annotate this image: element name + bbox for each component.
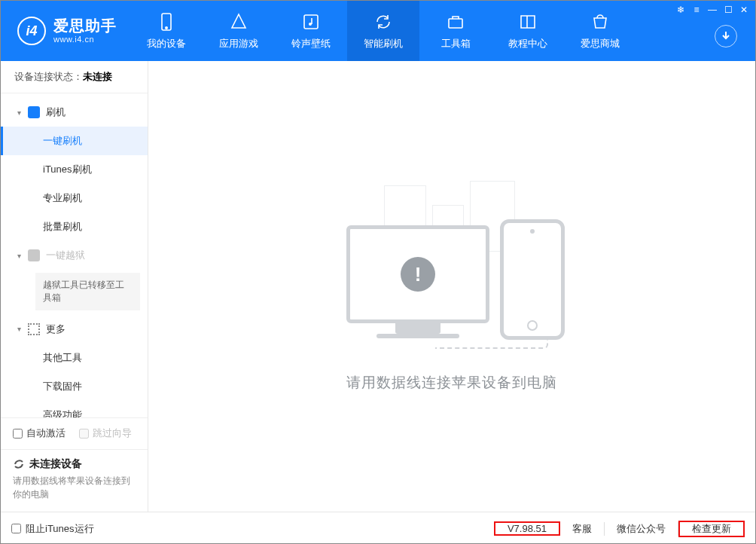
book-icon <box>518 12 538 32</box>
section-more[interactable]: 更多 <box>1 315 148 344</box>
menu-icon[interactable]: ≡ <box>690 4 703 16</box>
sidebar-item-download-fw[interactable]: 下载固件 <box>1 372 148 401</box>
svg-point-1 <box>166 26 167 28</box>
auto-activate-checkbox[interactable]: 自动激活 <box>13 427 66 440</box>
wechat-link[interactable]: 微信公众号 <box>605 522 678 536</box>
svg-point-3 <box>309 23 312 26</box>
checkbox-label: 自动激活 <box>26 427 66 440</box>
toolbox-icon <box>446 12 465 32</box>
jailbreak-note: 越狱工具已转移至工具箱 <box>35 273 140 310</box>
nav-label: 应用游戏 <box>219 37 258 50</box>
sidebar-item-advanced[interactable]: 高级功能 <box>1 401 148 417</box>
sidebar-item-other-tools[interactable]: 其他工具 <box>1 344 148 372</box>
section-jailbreak[interactable]: 一键越狱 <box>1 241 148 270</box>
logo-icon: i4 <box>17 17 46 45</box>
checkbox-label: 跳过向导 <box>93 427 132 440</box>
app-subtitle: www.i4.cn <box>53 35 117 44</box>
status-label: 设备连接状态： <box>14 71 83 82</box>
app-title: 爱思助手 <box>53 17 117 35</box>
section-title: 一键越狱 <box>46 249 85 262</box>
alert-icon: ! <box>401 257 435 292</box>
refresh-icon <box>13 458 25 470</box>
sidebar: 设备连接状态：未连接 刷机 一键刷机 iTunes刷机 专业刷机 批量刷机 一键… <box>1 61 148 512</box>
phone-icon <box>157 12 176 32</box>
sidebar-tree: 刷机 一键刷机 iTunes刷机 专业刷机 批量刷机 一键越狱 越狱工具已转移至… <box>1 93 148 417</box>
more-icon <box>28 323 40 335</box>
download-button[interactable] <box>715 25 737 47</box>
section-title: 刷机 <box>46 105 66 119</box>
section-flash[interactable]: 刷机 <box>1 98 148 127</box>
device-block: 未连接设备 请用数据线将苹果设备连接到你的电脑 <box>1 449 148 512</box>
nav-label: 我的设备 <box>147 37 186 50</box>
empty-illustration: ! <box>316 180 587 353</box>
empty-message: 请用数据线连接苹果设备到电脑 <box>316 373 587 393</box>
settings-icon[interactable]: ❄ <box>674 4 687 16</box>
download-icon <box>721 31 731 41</box>
device-status: 设备连接状态：未连接 <box>1 61 148 93</box>
main-nav: 我的设备 应用游戏 铃声壁纸 智能刷机 工具箱 教程中心 爱思商城 <box>130 1 636 61</box>
nav-label: 教程中心 <box>508 37 547 50</box>
block-itunes-checkbox[interactable]: 阻止iTunes运行 <box>11 522 94 536</box>
phone-icon <box>500 219 565 340</box>
apps-icon <box>229 12 248 32</box>
sidebar-item-batch-flash[interactable]: 批量刷机 <box>1 212 148 241</box>
status-value: 未连接 <box>83 71 112 82</box>
refresh-icon <box>373 12 393 32</box>
nav-ringtone[interactable]: 铃声壁纸 <box>275 1 347 61</box>
nav-label: 铃声壁纸 <box>291 37 331 50</box>
flash-icon <box>28 106 40 118</box>
nav-store[interactable]: 爱思商城 <box>564 1 636 61</box>
close-button[interactable]: ✕ <box>737 4 751 16</box>
minimize-button[interactable]: ― <box>706 4 719 16</box>
skip-wizard-checkbox[interactable]: 跳过向导 <box>79 427 132 440</box>
window-controls: ❄ ≡ ― ☐ ✕ <box>674 4 751 16</box>
sidebar-item-pro-flash[interactable]: 专业刷机 <box>1 184 148 212</box>
empty-state: ! 请用数据线连接苹果设备到电脑 <box>316 180 587 393</box>
nav-label: 爱思商城 <box>581 37 620 50</box>
customer-service-link[interactable]: 客服 <box>560 522 604 536</box>
nav-toolbox[interactable]: 工具箱 <box>419 1 492 61</box>
checkbox-label: 阻止iTunes运行 <box>26 522 94 536</box>
header: i4 爱思助手 www.i4.cn 我的设备 应用游戏 铃声壁纸 智能刷机 工具… <box>1 1 755 61</box>
store-icon <box>590 12 610 32</box>
section-title: 更多 <box>46 322 66 336</box>
music-icon <box>301 12 321 32</box>
main-panel: ! 请用数据线连接苹果设备到电脑 <box>148 61 755 512</box>
sidebar-item-itunes-flash[interactable]: iTunes刷机 <box>1 155 148 184</box>
device-title: 未连接设备 <box>29 457 82 471</box>
nav-label: 智能刷机 <box>364 37 403 50</box>
status-bar: 阻止iTunes运行 V7.98.51 客服 微信公众号 检查更新 <box>1 512 755 544</box>
nav-my-device[interactable]: 我的设备 <box>130 1 203 61</box>
lock-icon <box>28 249 40 261</box>
maximize-button[interactable]: ☐ <box>721 4 735 16</box>
sidebar-item-oneclick-flash[interactable]: 一键刷机 <box>1 127 148 155</box>
svg-rect-4 <box>449 19 462 28</box>
nav-label: 工具箱 <box>441 37 471 50</box>
svg-rect-2 <box>304 15 318 29</box>
nav-flash[interactable]: 智能刷机 <box>347 1 419 61</box>
version-label: V7.98.51 <box>494 521 560 536</box>
sidebar-options: 自动激活 跳过向导 <box>1 417 148 449</box>
app-logo: i4 爱思助手 www.i4.cn <box>1 17 130 45</box>
nav-tutorial[interactable]: 教程中心 <box>492 1 564 61</box>
check-update-button[interactable]: 检查更新 <box>678 521 745 537</box>
nav-apps[interactable]: 应用游戏 <box>203 1 275 61</box>
device-desc: 请用数据线将苹果设备连接到你的电脑 <box>13 474 136 501</box>
